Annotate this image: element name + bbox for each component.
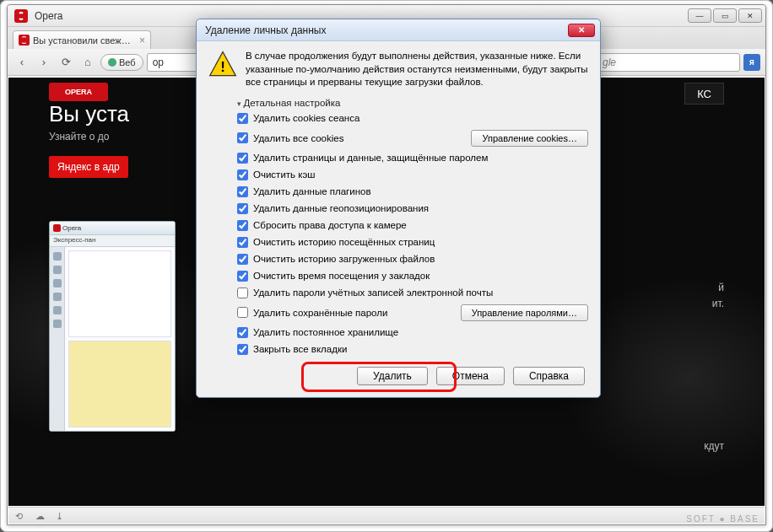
option-checkbox[interactable] <box>237 237 248 248</box>
watermark: SOFT ● BASE <box>686 514 759 524</box>
option-row: Очистить историю загруженных файлов <box>237 254 588 265</box>
reload-button[interactable]: ⟳ <box>57 53 75 72</box>
mini-content <box>65 247 175 431</box>
option-checkbox[interactable] <box>237 132 248 143</box>
opera-brand-badge: OPERA <box>49 83 108 101</box>
dialog-title: Удаление личных данных <box>205 24 326 36</box>
option-checkbox[interactable] <box>237 220 248 231</box>
forward-button[interactable]: › <box>35 53 53 72</box>
help-button[interactable]: Справка <box>513 367 585 385</box>
option-label: Очистить время посещения у закладок <box>253 271 430 281</box>
hero-title: Вы уста <box>49 101 129 127</box>
mini-titlebar: Opera <box>50 222 175 235</box>
hero-cta-button[interactable]: Яндекс в адр <box>49 156 128 178</box>
back-button[interactable]: ‹ <box>13 53 31 72</box>
search-scope-chip[interactable]: Веб <box>100 54 143 71</box>
option-checkbox[interactable] <box>237 203 248 214</box>
option-checkbox[interactable] <box>237 254 248 265</box>
dialog-titlebar: Удаление личных данных ✕ <box>197 19 600 41</box>
translate-icon[interactable]: я <box>743 54 760 71</box>
opera-icon <box>53 224 61 232</box>
option-label: Удалить данные геопозиционирования <box>253 203 429 213</box>
option-row: Очистить кэш <box>237 169 588 180</box>
option-label: Удалить сохранённые пароли <box>253 308 387 318</box>
option-label: Очистить кэш <box>253 169 316 180</box>
option-label: Удалить cookies сеанса <box>253 113 359 123</box>
tab-close-icon[interactable]: × <box>139 35 145 46</box>
side-text: й ит. кдут Яндекс <box>690 280 724 506</box>
option-label: Сбросить права доступа к камере <box>253 220 407 230</box>
option-row: Удалить все cookiesУправление cookies… <box>237 130 588 147</box>
dialog-message: В случае продолжения будут выполнены дей… <box>246 50 588 89</box>
close-button[interactable]: ✕ <box>738 8 762 23</box>
warning-icon: ! <box>208 50 237 78</box>
home-button[interactable]: ⌂ <box>78 53 97 72</box>
option-checkbox[interactable] <box>237 153 248 164</box>
option-row: Закрыть все вкладки <box>237 344 588 355</box>
option-checkbox[interactable] <box>237 186 248 197</box>
downloads-icon[interactable]: ⤓ <box>56 511 68 521</box>
window-title: Opera <box>35 10 62 22</box>
hero: Вы уста Узнайте о до Яндекс в адр <box>49 101 129 178</box>
option-row: Удалить страницы и данные, защищённые па… <box>237 153 588 164</box>
manage-passwords-button[interactable]: Управление паролями… <box>461 304 588 321</box>
mini-sidebar <box>50 247 65 431</box>
delete-button[interactable]: Удалить <box>357 367 428 385</box>
option-row: Удалить данные геопозиционирования <box>237 203 588 214</box>
option-row: Очистить историю посещённых страниц <box>237 237 588 248</box>
option-row: Удалить пароли учётных записей электронн… <box>237 287 588 298</box>
opera-icon <box>19 35 30 46</box>
detail-toggle[interactable]: Детальная настройка <box>237 98 588 108</box>
speed-dial-thumb <box>68 250 171 337</box>
cancel-button[interactable]: Отмена <box>436 367 505 385</box>
minimize-button[interactable]: — <box>688 8 711 23</box>
mini-tab: Экспресс-пан <box>50 235 175 247</box>
option-row: Удалить постоянное хранилище <box>237 327 588 338</box>
cloud-icon[interactable]: ☁ <box>35 511 47 521</box>
option-checkbox[interactable] <box>237 287 248 298</box>
speed-dial-thumb <box>68 341 171 427</box>
side-badge: КС <box>684 83 724 105</box>
delete-private-data-dialog: Удаление личных данных ✕ ! В случае прод… <box>196 19 601 398</box>
globe-icon <box>108 58 116 67</box>
option-label: Удалить данные плагинов <box>253 186 371 196</box>
screenshot-thumbnail: Opera Экспресс-пан <box>49 221 176 432</box>
statusbar: ⟲ ☁ ⤓ <box>8 507 765 524</box>
option-row: Удалить cookies сеанса <box>237 113 588 124</box>
option-checkbox[interactable] <box>237 271 248 282</box>
option-row: Очистить время посещения у закладок <box>237 271 588 282</box>
search-field[interactable]: gle <box>597 53 740 72</box>
tab-active[interactable]: Вы установили свежу… × <box>13 30 151 49</box>
option-row: Удалить сохранённые паролиУправление пар… <box>237 304 588 321</box>
dialog-close-button[interactable]: ✕ <box>568 24 595 37</box>
tab-title: Вы установили свежу… <box>33 35 134 46</box>
opera-icon <box>14 9 28 23</box>
svg-text:!: ! <box>220 59 225 75</box>
option-label: Очистить историю посещённых страниц <box>253 237 435 247</box>
option-checkbox[interactable] <box>237 307 248 318</box>
manage-cookies-button[interactable]: Управление cookies… <box>471 130 588 147</box>
option-label: Удалить постоянное хранилище <box>253 327 398 337</box>
options-list: Удалить cookies сеансаУдалить все cookie… <box>237 113 588 355</box>
dialog-button-row: Удалить Отмена Справка <box>208 367 588 385</box>
option-label: Удалить пароли учётных записей электронн… <box>253 287 493 298</box>
option-row: Сбросить права доступа к камере <box>237 220 588 231</box>
option-label: Закрыть все вкладки <box>253 344 347 354</box>
option-row: Удалить данные плагинов <box>237 186 588 197</box>
maximize-button[interactable]: ▭ <box>713 8 737 23</box>
option-label: Очистить историю загруженных файлов <box>253 254 435 264</box>
option-checkbox[interactable] <box>237 169 248 180</box>
option-label: Удалить все cookies <box>253 133 343 143</box>
sync-icon[interactable]: ⟲ <box>15 511 27 521</box>
option-checkbox[interactable] <box>237 113 248 124</box>
option-label: Удалить страницы и данные, защищённые па… <box>253 153 488 163</box>
option-checkbox[interactable] <box>237 344 248 355</box>
hero-subtitle: Узнайте о до <box>49 131 129 142</box>
option-checkbox[interactable] <box>237 327 248 338</box>
